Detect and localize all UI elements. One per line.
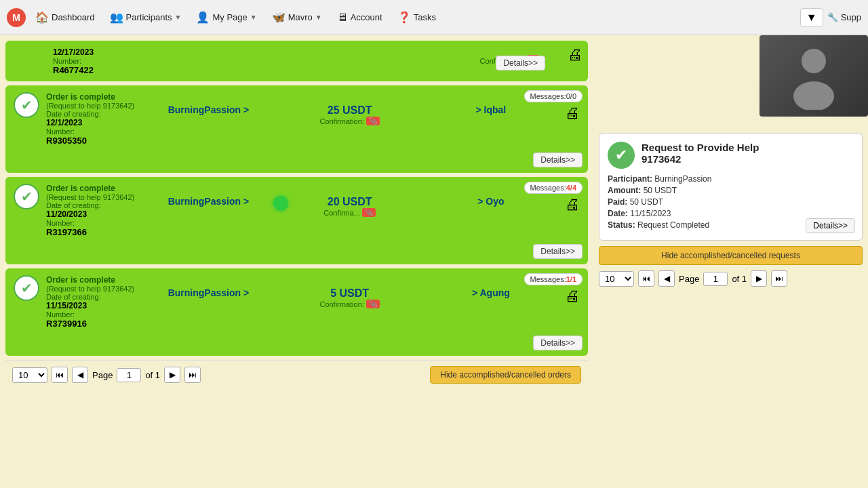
request-participant: Participant: BurningPassion — [608, 174, 854, 184]
order-info-R3739916: Order is complete (Request to help 91736… — [46, 275, 134, 329]
nav-dashboard-label: Dashboard — [52, 12, 95, 22]
hide-accomplished-requests-btn[interactable]: Hide accomplished/cancelled requests — [599, 246, 863, 265]
right-page-label: Page — [679, 274, 699, 284]
request-status-value: Request Completed — [637, 220, 709, 230]
request-amount-value: 50 USDT — [644, 186, 677, 195]
order-card-R9305350: Messages:0/0 ✔ Order is complete (Reques… — [5, 85, 588, 173]
request-detail-number: 9173642 — [642, 153, 759, 165]
request-amount: Amount: 50 USDT — [608, 186, 854, 195]
request-paid: Paid: 50 USDT — [608, 197, 854, 207]
order-amount-R9305350: 25 USDT — [328, 104, 372, 117]
nav-logo: M — [7, 8, 26, 27]
order-status-R3739916: Order is complete — [46, 275, 134, 285]
order-date-label-R9305350: Date of creating: — [46, 110, 134, 118]
bottom-page-next-btn[interactable]: ▶ — [164, 367, 180, 383]
order-number-label-R9305350: Number: — [46, 127, 134, 136]
nav-support[interactable]: 🔧 Supp — [827, 12, 861, 22]
order-number-R3197366: R3197366 — [46, 227, 134, 237]
order-details-btn-R3197366[interactable]: Details>> — [533, 244, 583, 259]
cursor-green-dot — [273, 196, 288, 211]
svg-point-0 — [802, 49, 826, 73]
hide-accomplished-orders-btn[interactable]: Hide accomplished/cancelled orders — [430, 366, 581, 384]
nav-mavro[interactable]: 🦋 Mavro ▼ — [267, 8, 328, 26]
order-print-R9305350: 🖨 — [565, 104, 580, 122]
order-status-sub-R3197366: (Request to help 9173642) — [46, 193, 134, 201]
order-date-R3197366: 11/20/2023 — [46, 209, 134, 219]
order-amount-R3739916: 5 USDT — [330, 287, 369, 300]
nav-dropdown-button[interactable]: ▼ — [800, 8, 823, 27]
order-amount-R3197366: 20 USDT — [328, 196, 372, 208]
right-pagination-bar: 10 25 50 100 ⏮ ◀ Page of 1 ▶ ⏭ — [599, 270, 863, 287]
video-person — [760, 35, 868, 117]
order-check-R3197366: ✔ — [14, 184, 39, 209]
nav-account[interactable]: 🖥 Account — [332, 9, 388, 26]
main-layout: 12/17/2023 Number: R4677422 Confirmation… — [0, 35, 868, 488]
order-messages-R3197366: Messages:4/4 — [524, 182, 583, 192]
navbar: M 🏠 Dashboard 👥 Participants ▼ 👤 My Page… — [0, 0, 868, 35]
right-page-prev-btn[interactable]: ◀ — [658, 270, 675, 287]
order-status-sub-R9305350: (Request to help 9173642) — [46, 102, 134, 110]
nav-tasks-label: Tasks — [414, 12, 436, 22]
order-date-label-R3197366: Date of creating: — [46, 201, 134, 209]
bottom-page-prev-btn[interactable]: ◀ — [72, 367, 88, 383]
nav-tasks[interactable]: ❓ Tasks — [392, 8, 441, 26]
nav-dashboard[interactable]: 🏠 Dashboard — [30, 8, 100, 26]
right-panel: ✔ Request to Provide Help 9173642 Partic… — [593, 35, 868, 488]
right-page-last-btn[interactable]: ⏭ — [771, 270, 787, 287]
request-date-label: Date: — [608, 209, 628, 218]
right-page-size-select[interactable]: 10 25 50 100 — [599, 271, 634, 287]
video-overlay — [760, 35, 868, 117]
order-card-R3197366: Messages:4/4 ✔ Order is complete (Reques… — [5, 177, 588, 264]
request-detail-header: ✔ Request to Provide Help 9173642 — [608, 142, 854, 169]
left-panel: 12/17/2023 Number: R4677422 Confirmation… — [0, 35, 593, 488]
order-status-sub-R3739916: (Request to help 9173642) — [46, 285, 134, 293]
top-partial-details-btn[interactable]: Details>> — [496, 56, 545, 70]
right-page-first-btn[interactable]: ⏮ — [638, 270, 654, 287]
tasks-icon: ❓ — [397, 11, 411, 24]
nav-account-label: Account — [351, 12, 382, 22]
right-page-of: of 1 — [732, 274, 747, 284]
support-icon: 🔧 — [827, 12, 838, 22]
order-status-R3197366: Order is complete — [46, 184, 134, 193]
top-partial-number: R4677422 — [53, 65, 94, 75]
order-date-R9305350: 12/1/2023 — [46, 118, 134, 127]
order-number-label-R3197366: Number: — [46, 219, 134, 227]
order-number-label-R3739916: Number: — [46, 310, 134, 319]
bottom-page-first-btn[interactable]: ⏮ — [52, 367, 68, 383]
order-date-R3739916: 11/15/2023 — [46, 301, 134, 310]
order-amount-col-R3197366: 20 USDT Confirma... 📎 — [283, 196, 417, 217]
bottom-page-input[interactable] — [117, 368, 141, 382]
request-status-label: Status: — [608, 220, 635, 230]
request-date-value: 11/15/2023 — [630, 209, 671, 218]
request-check-icon: ✔ — [608, 142, 635, 169]
mypage-icon: 👤 — [196, 11, 210, 24]
request-detail-card: ✔ Request to Provide Help 9173642 Partic… — [599, 133, 863, 241]
right-page-next-btn[interactable]: ▶ — [751, 270, 767, 287]
order-details-btn-R3739916[interactable]: Details>> — [533, 336, 583, 350]
order-conf-R3739916: Confirmation: 📎 — [319, 300, 379, 308]
nav-participants[interactable]: 👥 Participants ▼ — [104, 8, 187, 26]
bottom-pagination-bar: 10 25 50 100 ⏮ ◀ Page of 1 ▶ ⏭ Hide acco… — [5, 360, 588, 389]
order-details-btn-R9305350[interactable]: Details>> — [533, 152, 583, 167]
bottom-page-last-btn[interactable]: ⏭ — [184, 367, 201, 383]
request-detail-title-block: Request to Provide Help 9173642 — [642, 142, 759, 165]
bottom-page-size-select[interactable]: 10 25 50 100 — [12, 367, 47, 383]
order-to-R9305350: > Iqbal — [424, 104, 558, 115]
order-messages-R9305350: Messages:0/0 — [524, 91, 583, 101]
order-conf-R3197366: Confirma... 📎 — [323, 208, 376, 217]
request-detail-details-btn[interactable]: Details>> — [806, 218, 855, 233]
order-print-R3739916: 🖨 — [565, 287, 580, 305]
participants-arrow: ▼ — [175, 14, 182, 21]
order-messages-R3739916: Messages:1/1 — [524, 274, 583, 284]
right-page-input[interactable] — [703, 272, 728, 286]
nav-mypage[interactable]: 👤 My Page ▼ — [191, 8, 262, 26]
nav-participants-label: Participants — [126, 12, 172, 22]
top-partial-print-icon: 🖨 — [568, 46, 583, 64]
bottom-page-of: of 1 — [145, 370, 160, 380]
order-check-R9305350: ✔ — [14, 92, 39, 118]
participants-icon: 👥 — [110, 11, 123, 24]
order-info-R9305350: Order is complete (Request to help 91736… — [46, 92, 134, 146]
svg-point-1 — [793, 81, 834, 110]
order-amount-col-R3739916: 5 USDT Confirmation: 📎 — [283, 287, 417, 308]
dashboard-icon: 🏠 — [35, 11, 49, 24]
